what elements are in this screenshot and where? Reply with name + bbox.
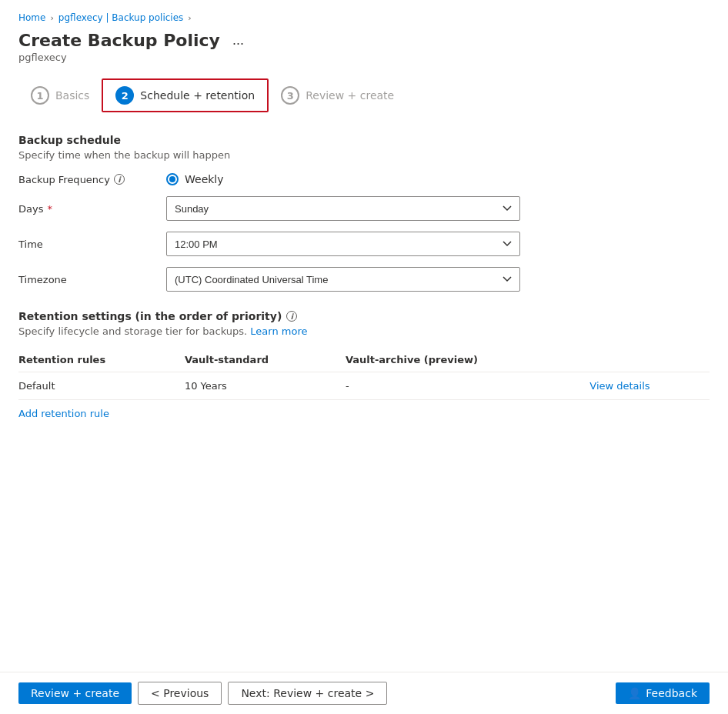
weekly-label: Weekly — [185, 173, 224, 185]
backup-frequency-label: Backup Frequency i — [18, 174, 157, 185]
feedback-icon: 👤 — [628, 687, 641, 699]
col-header-vault-archive: Vault-archive (preview) — [346, 349, 589, 372]
breadcrumb-home[interactable]: Home — [18, 12, 45, 23]
days-row: Days * Sunday Monday Tuesday Wednesday T… — [18, 196, 710, 221]
row-vault-archive: - — [346, 372, 589, 400]
days-required-star: * — [47, 203, 52, 215]
weekly-radio[interactable] — [166, 173, 179, 185]
days-control: Sunday Monday Tuesday Wednesday Thursday… — [166, 196, 710, 221]
step-circle-1: 1 — [31, 86, 49, 105]
breadcrumb-chevron-2: › — [188, 13, 191, 23]
backup-schedule-title: Backup schedule — [18, 134, 710, 146]
time-label: Time — [18, 239, 157, 250]
time-row: Time 12:00 AM 1:00 AM 2:00 AM 3:00 AM 4:… — [18, 232, 710, 256]
wizard-step-basics[interactable]: 1 Basics — [18, 80, 102, 111]
step-circle-3: 3 — [281, 86, 299, 105]
breadcrumb-policy[interactable]: pgflexecy | Backup policies — [58, 12, 183, 23]
days-select[interactable]: Sunday Monday Tuesday Wednesday Thursday… — [166, 196, 520, 221]
page-title: Create Backup Policy — [18, 31, 220, 50]
retention-header: Retention settings (in the order of prio… — [18, 310, 710, 322]
step-label-schedule: Schedule + retention — [140, 89, 255, 102]
row-rule-name: Default — [18, 372, 185, 400]
step-label-basics: Basics — [55, 89, 89, 102]
col-header-rules: Retention rules — [18, 349, 185, 372]
days-label: Days * — [18, 203, 157, 215]
retention-table: Retention rules Vault-standard Vault-arc… — [18, 349, 710, 400]
breadcrumb-chevron-1: › — [50, 13, 53, 23]
timezone-label: Timezone — [18, 274, 157, 285]
table-row: Default 10 Years - View details — [18, 372, 710, 400]
step-circle-2: 2 — [115, 86, 134, 105]
ellipsis-button[interactable]: ... — [228, 31, 249, 50]
wizard-steps: 1 Basics 2 Schedule + retention 3 Review… — [18, 78, 710, 112]
next-button[interactable]: Next: Review + create > — [228, 682, 387, 705]
feedback-label: Feedback — [646, 687, 697, 699]
breadcrumb: Home › pgflexecy | Backup policies › — [18, 12, 710, 23]
footer-bar: Review + create < Previous Next: Review … — [0, 672, 728, 714]
learn-more-link[interactable]: Learn more — [250, 325, 307, 337]
review-create-button[interactable]: Review + create — [18, 682, 132, 704]
col-header-actions — [589, 349, 710, 372]
timezone-row: Timezone (UTC) Coordinated Universal Tim… — [18, 267, 710, 292]
step-label-review: Review + create — [306, 89, 394, 102]
feedback-button[interactable]: 👤 Feedback — [616, 682, 710, 704]
time-control: 12:00 AM 1:00 AM 2:00 AM 3:00 AM 4:00 AM… — [166, 232, 710, 256]
row-vault-standard: 10 Years — [185, 372, 346, 400]
view-details-link[interactable]: View details — [589, 380, 650, 392]
timezone-select[interactable]: (UTC) Coordinated Universal Time (UTC-05… — [166, 267, 520, 292]
wizard-step-schedule[interactable]: 2 Schedule + retention — [102, 78, 269, 112]
retention-title: Retention settings (in the order of prio… — [18, 310, 282, 322]
backup-frequency-control: Weekly — [166, 173, 710, 185]
retention-subtitle: Specify lifecycle and storage tier for b… — [18, 325, 710, 337]
backup-frequency-row: Backup Frequency i Weekly — [18, 173, 710, 185]
frequency-radio-group: Weekly — [166, 173, 224, 185]
time-select[interactable]: 12:00 AM 1:00 AM 2:00 AM 3:00 AM 4:00 AM… — [166, 232, 520, 256]
page-subtitle: pgflexecy — [18, 52, 710, 63]
previous-button[interactable]: < Previous — [138, 682, 222, 705]
add-retention-rule-link[interactable]: Add retention rule — [18, 408, 109, 419]
retention-section: Retention settings (in the order of prio… — [18, 310, 710, 419]
col-header-vault-standard: Vault-standard — [185, 349, 346, 372]
retention-info-icon[interactable]: i — [286, 311, 297, 322]
backup-schedule-subtitle: Specify time when the backup will happen — [18, 149, 710, 161]
frequency-info-icon[interactable]: i — [114, 174, 125, 185]
timezone-control: (UTC) Coordinated Universal Time (UTC-05… — [166, 267, 710, 292]
wizard-step-review[interactable]: 3 Review + create — [269, 80, 406, 111]
